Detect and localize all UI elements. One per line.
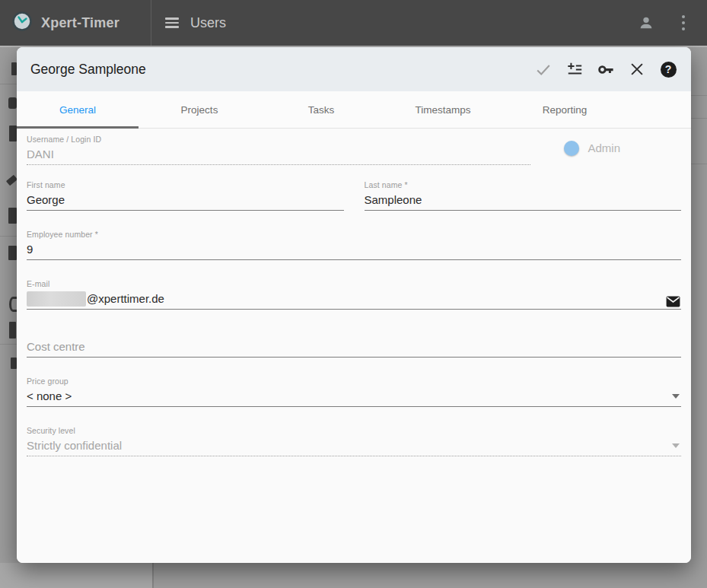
price-group-label: Price group (27, 376, 681, 386)
background-row-divider (691, 118, 707, 119)
employee-number-input[interactable]: 9 (27, 240, 681, 260)
background-row-divider (0, 344, 18, 345)
tab-projects[interactable]: Projects (139, 91, 260, 128)
redacted-email-local-part (27, 291, 86, 307)
email-label: E-mail (27, 278, 681, 289)
close-icon[interactable] (629, 61, 645, 78)
background-fragment-icon (8, 246, 17, 260)
price-group-select[interactable]: < none > (27, 386, 681, 407)
last-name-input[interactable]: Sampleone (365, 190, 682, 211)
tab-tasks[interactable]: Tasks (260, 91, 382, 128)
mail-icon[interactable] (666, 294, 680, 313)
background-fragment-icon (8, 208, 17, 224)
username-input: DANI (27, 145, 530, 165)
admin-toggle-row: Admin (552, 141, 620, 154)
field-first-name: First name George (27, 180, 344, 211)
field-username: Username / Login ID DANI (27, 134, 530, 165)
background-fragment-icon (6, 175, 18, 186)
dialog-actions: ? (535, 61, 677, 78)
help-icon[interactable]: ? (660, 61, 677, 78)
field-security-level: Security level Strictly confidential (27, 425, 681, 456)
dropdown-arrow-icon (672, 394, 680, 399)
overflow-menu-icon[interactable] (670, 10, 696, 36)
add-to-list-icon[interactable] (566, 61, 583, 78)
name-row: First name George Last name * Sampleone (27, 180, 681, 211)
person-icon[interactable] (633, 10, 659, 36)
last-name-label: Last name * (365, 180, 682, 190)
admin-toggle[interactable] (552, 143, 578, 154)
field-cost-centre: Cost centre (27, 337, 681, 358)
background-row-divider (0, 236, 18, 237)
background-sidebar-divider (152, 563, 154, 588)
background-fragment-icon (9, 322, 16, 338)
security-level-select: Strictly confidential (27, 436, 681, 456)
field-email: E-mail @xperttimer.de (27, 278, 681, 310)
first-name-input[interactable]: George (27, 190, 344, 211)
security-level-label: Security level (27, 425, 681, 436)
dialog-title: George Sampleone (30, 62, 535, 78)
user-edit-dialog: George Sampleone ? General (17, 47, 691, 563)
tab-general[interactable]: General (17, 91, 139, 128)
tab-reporting[interactable]: Reporting (504, 91, 626, 128)
background-row-divider (691, 95, 707, 96)
username-label: Username / Login ID (27, 134, 530, 145)
menu-icon[interactable] (165, 17, 179, 27)
app-bar: Xpert-Timer Users (0, 0, 707, 46)
cost-centre-input[interactable]: Cost centre (27, 337, 681, 358)
background-fragment-icon (11, 358, 17, 369)
background-fragment-icon (9, 126, 17, 141)
first-name-label: First name (27, 180, 344, 190)
dropdown-arrow-icon (672, 443, 680, 448)
brand-area: Xpert-Timer (0, 0, 151, 46)
background-sidebar-area (0, 563, 152, 588)
background-fragment-icon (11, 62, 17, 75)
background-row-divider (0, 84, 18, 84)
tab-timestamps[interactable]: Timestamps (382, 91, 504, 128)
email-input[interactable]: @xperttimer.de (27, 289, 681, 310)
background-fragment-icon (8, 97, 17, 109)
password-key-icon[interactable] (597, 61, 614, 78)
dialog-header: George Sampleone ? (17, 47, 691, 91)
confirm-check-icon[interactable] (535, 61, 552, 78)
field-last-name: Last name * Sampleone (365, 180, 682, 211)
dialog-tabs: General Projects Tasks Timestamps Report… (17, 91, 691, 129)
background-fragment-icon (9, 297, 17, 312)
admin-toggle-label: Admin (588, 141, 620, 154)
background-row-divider (691, 164, 707, 164)
app-bar-main: Users (151, 0, 707, 46)
brand-name: Xpert-Timer (41, 15, 119, 31)
field-employee-number: Employee number * 9 (27, 229, 681, 260)
clock-logo-icon (11, 11, 33, 35)
page-title: Users (190, 15, 226, 31)
field-price-group: Price group < none > (27, 376, 681, 407)
employee-number-label: Employee number * (27, 229, 681, 240)
dialog-body: Username / Login ID DANI Admin First nam… (17, 129, 691, 563)
